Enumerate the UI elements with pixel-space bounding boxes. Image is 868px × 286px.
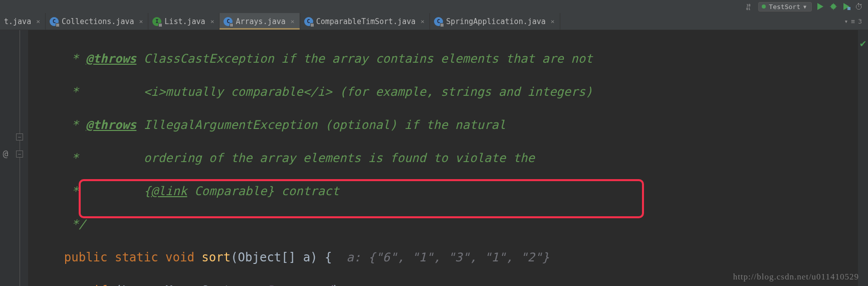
run-config-label: TestSort (769, 3, 800, 11)
lock-icon (56, 23, 60, 27)
code-text: * (35, 151, 144, 165)
chevron-down-icon[interactable]: ▾ (844, 18, 848, 25)
tab-comparabletimsort-java[interactable]: C ComparableTimSort.java × (300, 13, 430, 30)
code-text: @throws (86, 52, 136, 66)
editor-error-stripe[interactable]: ✔ (858, 30, 868, 286)
fold-toggle-icon[interactable]: − (16, 133, 23, 140)
code-text: Comparable} contract (187, 184, 339, 198)
tab-springapplication-java[interactable]: C SpringApplication.java × (430, 13, 560, 30)
run-coverage-button[interactable] (842, 2, 851, 11)
code-text: <i>mutually comparable</i> (for example,… (144, 85, 593, 99)
code-text: sort (201, 250, 231, 264)
svg-text:01: 01 (746, 7, 750, 11)
list-icon[interactable]: ≡ (851, 18, 855, 25)
tab-list-java[interactable]: I List.java × (148, 13, 220, 30)
code-text: public (64, 250, 108, 264)
class-file-icon: C (224, 17, 233, 26)
close-icon[interactable]: × (551, 18, 555, 25)
run-config-status-icon (762, 5, 766, 9)
code-text: (LegacyMergeSort. (108, 283, 238, 286)
code-text: @throws (86, 118, 136, 132)
code-text: * (35, 52, 86, 66)
lock-icon (230, 23, 234, 27)
tab-label: Collections.java (62, 17, 134, 26)
svg-marker-2 (817, 3, 823, 10)
debug-inline-hint: a: {"6", "1", "3", "1", "2"} (346, 250, 549, 264)
tab-collections-java[interactable]: C Collections.java × (46, 13, 148, 30)
main-toolbar: 1001 TestSort ▼ ⏱ (0, 0, 868, 13)
lock-icon (158, 23, 162, 27)
lock-icon (310, 23, 314, 27)
class-file-icon: C (304, 17, 313, 26)
code-text: ordering of the array elements is found … (144, 151, 535, 165)
code-text: if (93, 283, 108, 286)
profiler-button[interactable]: ⏱ (855, 2, 863, 12)
close-icon[interactable]: × (210, 18, 214, 25)
class-file-icon: C (434, 17, 443, 26)
tab-label: SpringApplication.java (446, 17, 546, 26)
editor-gutter[interactable]: − @ − (0, 30, 28, 286)
run-configuration-dropdown[interactable]: TestSort ▼ (758, 2, 812, 12)
code-text: @link (151, 184, 187, 198)
tab-label: ComparableTimSort.java (316, 17, 416, 26)
interface-file-icon: I (152, 17, 161, 26)
fold-toggle-icon[interactable]: − (16, 151, 23, 158)
editor-tab-bar: t.java × C Collections.java × I List.jav… (0, 13, 868, 30)
code-text: userRequested (238, 283, 332, 286)
code-text: * (35, 118, 86, 132)
close-icon[interactable]: × (420, 18, 424, 25)
code-text: * { (35, 184, 151, 198)
code-text: void (165, 250, 194, 264)
watermark-text: http://blog.csdn.net/u011410529 (733, 272, 859, 282)
tab-label: Arrays.java (236, 17, 285, 26)
code-text: * (35, 85, 144, 99)
close-icon[interactable]: × (36, 18, 40, 25)
code-text: ClassCastException if the array contains… (136, 52, 592, 66)
tab-label: t.java (4, 17, 31, 26)
override-method-icon[interactable]: @ (2, 150, 9, 157)
hidden-tabs-count[interactable]: 3 (858, 18, 862, 25)
run-button[interactable] (816, 2, 825, 11)
tab-bar-tools: ▾ ≡ 3 (844, 13, 868, 30)
code-text: (Object[] a) { (231, 250, 346, 264)
code-text: ) (332, 283, 339, 286)
chevron-down-icon: ▼ (803, 4, 806, 10)
code-editor[interactable]: − @ − * @throws ClassCastException if th… (0, 30, 868, 286)
code-text: */ (35, 217, 86, 231)
binary-mode-icon[interactable]: 1001 (746, 3, 754, 11)
tab-arrays-java[interactable]: C Arrays.java × (220, 13, 300, 30)
close-icon[interactable]: × (139, 18, 143, 25)
tab-label: List.java (164, 17, 205, 26)
class-file-icon: C (50, 17, 59, 26)
debug-button[interactable] (829, 2, 838, 11)
close-icon[interactable]: × (291, 18, 295, 25)
svg-rect-7 (847, 7, 850, 10)
analysis-ok-icon[interactable]: ✔ (860, 37, 866, 49)
lock-icon (440, 23, 444, 27)
code-content[interactable]: * @throws ClassCastException if the arra… (28, 30, 868, 286)
code-text: static (115, 250, 158, 264)
tab-t-java[interactable]: t.java × (0, 13, 46, 30)
code-text: IllegalArgumentException (optional) if t… (136, 118, 506, 132)
